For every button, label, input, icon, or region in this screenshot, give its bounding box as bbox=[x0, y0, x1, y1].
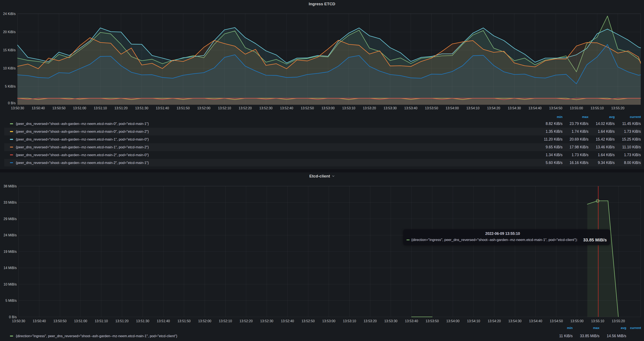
x-tick-label: 13:50:50 bbox=[48, 320, 72, 323]
y-tick-label: 19 MiB/s bbox=[0, 250, 17, 253]
x-tick-label: 13:53:10 bbox=[338, 320, 361, 323]
x-tick-label: 13:54:50 bbox=[545, 320, 568, 323]
tooltip-series-label: {direction="ingress", peer_dns_reversed=… bbox=[411, 238, 578, 242]
x-tick-label: 13:52:10 bbox=[213, 107, 236, 110]
y-tick-label: 14 MiB/s bbox=[0, 266, 17, 270]
x-tick-label: 13:54:30 bbox=[504, 320, 526, 323]
x-tick-label: 13:51:50 bbox=[172, 107, 195, 110]
y-tick-label: 24 KiB/s bbox=[0, 12, 16, 16]
x-tick-label: 13:52:50 bbox=[296, 320, 320, 323]
legend-value-current: 11.45 KiB/s bbox=[607, 122, 641, 126]
x-tick-label: 13:54:20 bbox=[482, 107, 505, 110]
legend-series-dash[interactable] bbox=[10, 336, 13, 337]
grafana-dashboard: Ingress ETCD 24 KiB/s20 KiB/s15 KiB/s10 … bbox=[0, 0, 644, 341]
x-tick-label: 13:51:40 bbox=[151, 107, 174, 110]
legend-series-dash[interactable] bbox=[10, 131, 13, 132]
x-tick-label: 13:51:10 bbox=[90, 320, 113, 323]
y-tick-label: 24 MiB/s bbox=[0, 234, 17, 237]
y-tick-label: 15 KiB/s bbox=[0, 48, 16, 52]
legend-value-current: 15.25 KiB/s bbox=[607, 137, 641, 141]
x-tick-label: 13:54:30 bbox=[503, 107, 526, 110]
x-tick-label: 13:52:30 bbox=[255, 320, 278, 323]
panel-ingress-etcd: Ingress ETCD 24 KiB/s20 KiB/s15 KiB/s10 … bbox=[0, 0, 644, 169]
x-tick-label: 13:52:00 bbox=[192, 107, 215, 110]
legend-series-dash[interactable] bbox=[10, 139, 13, 140]
x-tick-label: 13:54:40 bbox=[524, 107, 547, 110]
legend-series-label[interactable]: {peer_dns_reversed="shoot--ash-garden--m… bbox=[16, 145, 149, 149]
x-tick-label: 13:55:00 bbox=[565, 107, 588, 110]
y-tick-label: 38 MiB/s bbox=[0, 185, 17, 188]
y-tick-label: 33 MiB/s bbox=[0, 201, 17, 204]
x-tick-label: 13:51:50 bbox=[172, 320, 196, 323]
legend-header-min[interactable]: min bbox=[543, 326, 573, 330]
legend-series-dash[interactable] bbox=[10, 154, 13, 156]
legend-header-avg[interactable]: avg bbox=[585, 115, 615, 119]
legend-series-label[interactable]: {peer_dns_reversed="shoot--ash-garden--m… bbox=[16, 122, 149, 126]
x-tick-label: 13:51:30 bbox=[130, 107, 153, 110]
x-tick-label: 13:51:10 bbox=[89, 107, 112, 110]
y-tick-label: 5 MiB/s bbox=[0, 299, 17, 302]
x-tick-label: 13:54:40 bbox=[524, 320, 547, 323]
x-tick-label: 13:51:00 bbox=[69, 320, 92, 323]
legend-series-label[interactable]: {direction="ingress", peer_dns_reversed=… bbox=[16, 334, 177, 338]
legend-series-dash[interactable] bbox=[10, 147, 13, 148]
y-tick-label: 5 KiB/s bbox=[0, 85, 16, 88]
panel2-graph[interactable] bbox=[0, 172, 644, 341]
x-tick-label: 13:50:40 bbox=[28, 320, 51, 323]
legend-series-dash[interactable] bbox=[10, 162, 13, 163]
x-tick-label: 13:50:30 bbox=[7, 320, 30, 323]
legend-header-max[interactable]: max bbox=[570, 326, 600, 330]
x-tick-label: 13:52:40 bbox=[276, 320, 299, 323]
x-tick-label: 13:55:00 bbox=[566, 320, 589, 323]
x-tick-label: 13:50:40 bbox=[26, 107, 50, 110]
x-tick-label: 13:52:30 bbox=[254, 107, 278, 110]
legend-value-current: 11.10 KiB/s bbox=[607, 145, 641, 149]
y-tick-label: 10 MiB/s bbox=[0, 283, 17, 286]
legend-header-min[interactable]: min bbox=[533, 115, 562, 119]
legend-header-current[interactable]: current bbox=[612, 326, 641, 330]
x-tick-label: 13:53:40 bbox=[400, 320, 423, 323]
x-tick-label: 13:54:10 bbox=[461, 107, 484, 110]
x-tick-label: 13:53:00 bbox=[317, 320, 340, 323]
x-tick-label: 13:52:50 bbox=[296, 107, 319, 110]
x-tick-label: 13:51:30 bbox=[131, 320, 154, 323]
legend-series-label[interactable]: {peer_dns_reversed="shoot--ash-garden--m… bbox=[16, 137, 149, 141]
legend-value-current: 1.73 KiB/s bbox=[607, 153, 641, 157]
x-tick-label: 13:53:40 bbox=[399, 107, 422, 110]
x-tick-label: 13:54:10 bbox=[462, 320, 485, 323]
x-tick-label: 13:53:50 bbox=[420, 320, 444, 323]
x-tick-label: 13:55:20 bbox=[606, 107, 630, 110]
x-tick-label: 13:54:00 bbox=[441, 107, 464, 110]
y-tick-label: 10 KiB/s bbox=[0, 67, 16, 70]
x-tick-label: 13:51:20 bbox=[109, 107, 132, 110]
x-tick-label: 13:52:00 bbox=[193, 320, 216, 323]
legend-value-avg: 14.56 MiB/s bbox=[592, 334, 626, 338]
y-tick-label: 0 B/s bbox=[0, 101, 16, 105]
graph-tooltip: 2022-06-09 13:55:10 {direction="ingress"… bbox=[403, 229, 610, 245]
x-tick-label: 13:55:10 bbox=[586, 107, 609, 110]
x-tick-label: 13:54:20 bbox=[483, 320, 506, 323]
x-tick-label: 13:53:50 bbox=[420, 107, 443, 110]
panel-etcd-client: Etcd-client 38 MiB/s33 MiB/s29 MiB/s24 M… bbox=[0, 172, 644, 341]
legend-value-current: 8.00 KiB/s bbox=[607, 161, 641, 165]
legend-series-label[interactable]: {peer_dns_reversed="shoot--ash-garden--m… bbox=[16, 130, 149, 134]
x-tick-label: 13:51:20 bbox=[110, 320, 134, 323]
tooltip-series-value: 33.85 MiB/s bbox=[583, 237, 607, 243]
x-tick-label: 13:52:10 bbox=[214, 320, 237, 323]
x-tick-label: 13:54:50 bbox=[544, 107, 567, 110]
x-tick-label: 13:54:00 bbox=[441, 320, 464, 323]
x-tick-label: 13:53:00 bbox=[316, 107, 340, 110]
legend-series-label[interactable]: {peer_dns_reversed="shoot--ash-garden--m… bbox=[16, 161, 149, 165]
y-tick-label: 0 B/s bbox=[0, 316, 17, 319]
legend-series-label[interactable]: {peer_dns_reversed="shoot--ash-garden--m… bbox=[16, 153, 149, 157]
x-tick-label: 13:51:00 bbox=[68, 107, 91, 110]
x-tick-label: 13:50:30 bbox=[6, 107, 29, 110]
x-tick-label: 13:55:20 bbox=[607, 320, 630, 323]
legend-header-max[interactable]: max bbox=[559, 115, 588, 119]
x-tick-label: 13:55:10 bbox=[586, 320, 609, 323]
series-fill-seg1 bbox=[588, 201, 618, 317]
x-tick-label: 13:52:20 bbox=[234, 320, 258, 323]
legend-series-dash[interactable] bbox=[10, 123, 13, 124]
x-tick-label: 13:50:50 bbox=[47, 107, 70, 110]
legend-header-current[interactable]: current bbox=[611, 115, 641, 119]
